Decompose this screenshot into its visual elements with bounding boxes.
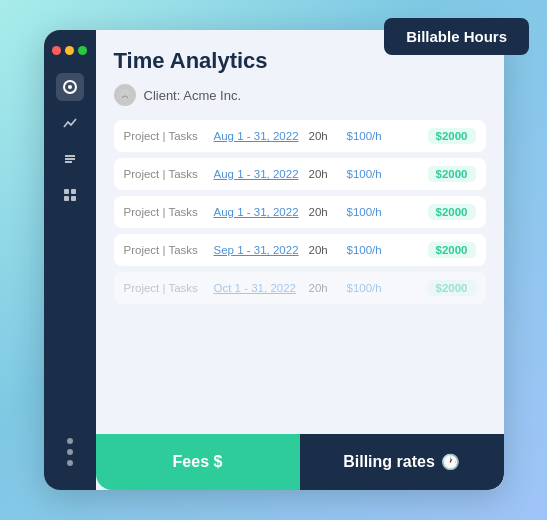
task-amount: $2000: [428, 280, 476, 296]
task-row: Project | Tasks Aug 1 - 31, 2022 20h $10…: [114, 120, 486, 152]
task-label: Project | Tasks: [124, 130, 214, 142]
task-label: Project | Tasks: [124, 168, 214, 180]
task-label: Project | Tasks: [124, 244, 214, 256]
task-rate: $100/h: [347, 282, 402, 294]
billable-tag: Billable Hours: [384, 18, 529, 55]
task-rate: $100/h: [347, 206, 402, 218]
svg-point-9: [119, 89, 131, 101]
app-window: Time Analytics Client: Acme Inc. Project…: [44, 30, 504, 490]
task-row: Project | Tasks Sep 1 - 31, 2022 20h $10…: [114, 234, 486, 266]
maximize-dot[interactable]: [78, 46, 87, 55]
nav-home-icon[interactable]: [56, 73, 84, 101]
svg-rect-7: [64, 196, 69, 201]
nav-list-icon[interactable]: [56, 145, 84, 173]
task-label: Project | Tasks: [124, 282, 214, 294]
main-content: Time Analytics Client: Acme Inc. Project…: [96, 30, 504, 422]
fees-button[interactable]: Fees $: [96, 434, 300, 490]
task-amount: $2000: [428, 128, 476, 144]
svg-rect-8: [71, 196, 76, 201]
task-date[interactable]: Sep 1 - 31, 2022: [214, 244, 309, 256]
task-date[interactable]: Aug 1 - 31, 2022: [214, 130, 309, 142]
svg-rect-6: [71, 189, 76, 194]
task-label: Project | Tasks: [124, 206, 214, 218]
sidebar-dot-2: [67, 449, 73, 455]
task-row: Project | Tasks Aug 1 - 31, 2022 20h $10…: [114, 158, 486, 190]
minimize-dot[interactable]: [65, 46, 74, 55]
billing-label: Billing rates: [343, 453, 435, 471]
task-row: Project | Tasks Oct 1 - 31, 2022 20h $10…: [114, 272, 486, 304]
svg-rect-5: [64, 189, 69, 194]
nav-chart-icon[interactable]: [56, 109, 84, 137]
billing-button[interactable]: Billing rates 🕐: [300, 434, 504, 490]
task-hours: 20h: [309, 244, 347, 256]
footer-buttons: Fees $ Billing rates 🕐: [96, 434, 504, 490]
sidebar: [44, 30, 96, 490]
task-date[interactable]: Aug 1 - 31, 2022: [214, 206, 309, 218]
task-hours: 20h: [309, 130, 347, 142]
client-icon: [114, 84, 136, 106]
task-hours: 20h: [309, 168, 347, 180]
task-amount: $2000: [428, 204, 476, 220]
sidebar-dot-1: [67, 438, 73, 444]
task-date[interactable]: Oct 1 - 31, 2022: [214, 282, 309, 294]
client-row: Client: Acme Inc.: [114, 84, 486, 106]
task-hours: 20h: [309, 206, 347, 218]
svg-point-1: [68, 85, 72, 89]
task-amount: $2000: [428, 242, 476, 258]
close-dot[interactable]: [52, 46, 61, 55]
task-rows: Project | Tasks Aug 1 - 31, 2022 20h $10…: [114, 120, 486, 304]
task-hours: 20h: [309, 282, 347, 294]
main-panel: Time Analytics Client: Acme Inc. Project…: [96, 30, 504, 490]
traffic-lights: [52, 46, 87, 55]
task-row: Project | Tasks Aug 1 - 31, 2022 20h $10…: [114, 196, 486, 228]
client-label: Client: Acme Inc.: [144, 88, 242, 103]
task-rate: $100/h: [347, 130, 402, 142]
sidebar-dots: [67, 438, 73, 466]
task-amount: $2000: [428, 166, 476, 182]
sidebar-dot-3: [67, 460, 73, 466]
task-rate: $100/h: [347, 168, 402, 180]
task-rate: $100/h: [347, 244, 402, 256]
nav-grid-icon[interactable]: [56, 181, 84, 209]
clock-icon: 🕐: [441, 453, 460, 471]
task-date[interactable]: Aug 1 - 31, 2022: [214, 168, 309, 180]
